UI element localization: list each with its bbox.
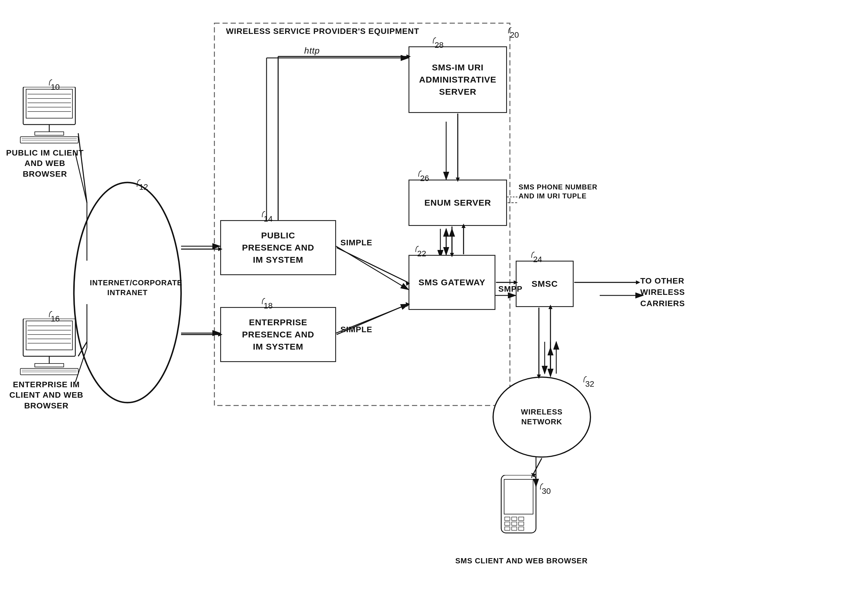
simple-label-2: SIMPLE — [340, 324, 372, 335]
http-label: http — [304, 45, 320, 56]
svg-rect-57 — [519, 522, 524, 525]
svg-rect-60 — [519, 527, 524, 530]
ref-hook-14 — [258, 210, 267, 219]
enterprise-im-client-icon — [17, 319, 81, 377]
internet-corporate-label: INTERNET/CORPORATEINTRANET — [90, 278, 165, 298]
wireless-network-shape: WIRELESSNETWORK — [493, 377, 591, 458]
svg-rect-58 — [505, 527, 510, 530]
simple-label-1: SIMPLE — [340, 238, 372, 248]
svg-rect-55 — [505, 522, 510, 525]
ref-hook-16 — [45, 310, 53, 319]
svg-rect-56 — [512, 522, 517, 525]
sms-gateway-box: SMS GATEWAY — [409, 255, 496, 310]
diagram: 10 PUBLIC IM CLIENTAND WEB BROWSER 16 EN… — [0, 0, 868, 601]
public-im-client-icon — [17, 87, 81, 145]
svg-rect-27 — [26, 89, 72, 118]
ref-hook-20 — [504, 26, 513, 35]
svg-rect-35 — [20, 137, 78, 143]
sms-im-uri-box: SMS-IM URIADMINISTRATIVESERVER — [409, 46, 507, 113]
sms-client-label: SMS CLIENT AND WEB BROWSER — [435, 556, 609, 566]
svg-rect-46 — [35, 363, 64, 367]
svg-rect-53 — [512, 517, 517, 520]
svg-rect-26 — [23, 87, 75, 125]
svg-rect-34 — [35, 132, 64, 135]
ref-hook-12 — [132, 178, 142, 188]
enum-server-box: ENUM SERVER — [409, 180, 507, 226]
svg-rect-51 — [504, 479, 533, 514]
ref-hook-28 — [429, 36, 438, 45]
svg-rect-38 — [23, 319, 75, 356]
smpp-label: SMPP — [498, 284, 522, 294]
wireless-network-label: WIRELESSNETWORK — [521, 407, 563, 427]
enterprise-im-client-label: ENTERPRISE IMCLIENT AND WEBBROWSER — [6, 380, 87, 411]
sms-phone-tuple-label: SMS PHONE NUMBERAND IM URI TUPLE — [519, 183, 620, 200]
ref-hook-10 — [45, 78, 53, 87]
svg-rect-59 — [512, 527, 517, 530]
ref-hook-24 — [527, 250, 536, 259]
enterprise-presence-box: ENTERPRISEPRESENCE ANDIM SYSTEM — [220, 307, 336, 362]
ref-hook-22 — [411, 245, 420, 253]
svg-rect-54 — [519, 517, 524, 520]
svg-rect-47 — [20, 368, 78, 375]
ref-hook-18 — [258, 297, 267, 305]
public-presence-box: PUBLICPRESENCE ANDIM SYSTEM — [220, 220, 336, 275]
public-im-client-label: PUBLIC IM CLIENTAND WEB BROWSER — [6, 148, 84, 179]
svg-rect-39 — [26, 321, 72, 350]
ref-hook-32 — [580, 375, 588, 384]
to-other-carriers-label: TO OTHERWIRELESSCARRIERS — [640, 275, 713, 309]
svg-line-10 — [336, 246, 409, 290]
svg-rect-52 — [505, 517, 510, 520]
smsc-box: SMSC — [516, 261, 574, 307]
ref-hook-26 — [414, 169, 423, 178]
ref-hook-30 — [536, 482, 545, 491]
wireless-provider-label: WIRELESS SERVICE PROVIDER'S EQUIPMENT — [226, 26, 487, 37]
